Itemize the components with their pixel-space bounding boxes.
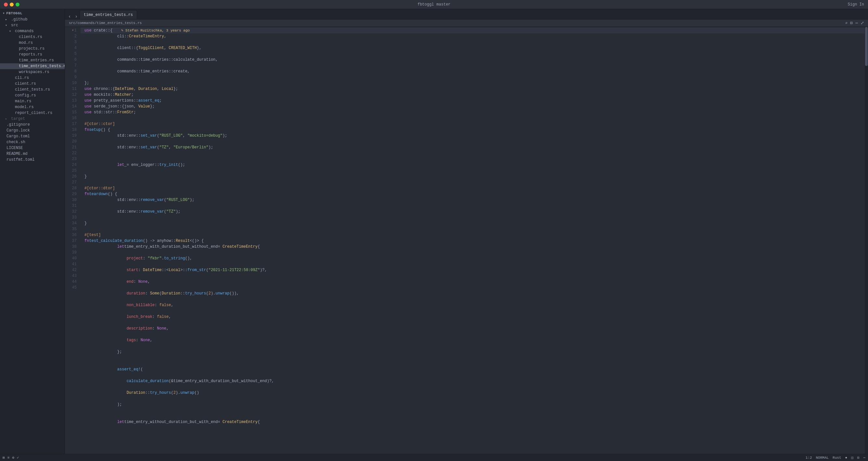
- code-line-42[interactable]: Duration::try_hours(2).unwrap(): [81, 390, 865, 402]
- sidebar-item-model-rs[interactable]: model.rs: [0, 104, 65, 110]
- sidebar-item-client-rs[interactable]: client.rs: [0, 81, 65, 87]
- code-line-39[interactable]: [81, 361, 865, 366]
- editor-mode[interactable]: NORMAL: [816, 456, 829, 460]
- sidebar-item-gitignore[interactable]: .gitignore: [0, 122, 65, 128]
- code-line-28[interactable]: ▾ fn test_calculate_duration() -> anyhow…: [81, 238, 865, 244]
- status-check-icon[interactable]: ✓: [17, 456, 19, 460]
- code-line-21[interactable]: #[ctor::dtor]: [81, 185, 865, 191]
- sidebar-item-config-rs[interactable]: config.rs: [0, 93, 65, 98]
- close-button[interactable]: [4, 3, 8, 6]
- code-line-15[interactable]: std::env::set_var("RUST_LOG", "mockito=d…: [81, 133, 865, 144]
- code-line-30[interactable]: project: "fkbr".to_string(),: [81, 256, 865, 267]
- code-line-41[interactable]: calculate_duration(&time_entry_with_dura…: [81, 378, 865, 390]
- status-more-1[interactable]: ◫: [851, 456, 854, 460]
- status-layout-icon[interactable]: ⊞: [3, 456, 5, 460]
- code-line-17[interactable]: [81, 156, 865, 162]
- sidebar-item-projects-rs[interactable]: projects.rs: [0, 46, 65, 52]
- code-line-26[interactable]: [81, 226, 865, 232]
- sidebar-item-workspaces-rs[interactable]: workspaces.rs: [0, 69, 65, 75]
- status-settings-icon[interactable]: ⚙: [12, 456, 14, 460]
- code-line-25[interactable]: }: [81, 221, 865, 226]
- code-line-20[interactable]: [81, 179, 865, 185]
- code-area[interactable]: use crate::{ ✎ Stefan Ruzitschka, 3 year…: [81, 27, 865, 454]
- sidebar-item-cargo-lock[interactable]: Cargo.lock: [0, 128, 65, 133]
- status-list-icon[interactable]: ≡: [7, 456, 10, 460]
- sidebar-item-target[interactable]: ▸ target: [0, 116, 65, 122]
- code-line-40[interactable]: assert_eq!(: [81, 366, 865, 378]
- code-line-29[interactable]: let time_entry_with_duration_but_without…: [81, 244, 865, 256]
- code-line-4[interactable]: commands::time_entries::calculate_durati…: [81, 57, 865, 68]
- sidebar-item-time-entries-tests-rs[interactable]: time_entries_tests.rs: [0, 63, 65, 69]
- sidebar-item-clients-rs[interactable]: clients.rs: [0, 34, 65, 40]
- maximize-button[interactable]: [16, 3, 20, 6]
- sidebar-item-label: config.rs: [15, 93, 36, 98]
- status-more-2[interactable]: ⊡: [857, 456, 860, 460]
- expand-icon[interactable]: ⤢: [861, 21, 864, 26]
- code-line-43[interactable]: );: [81, 402, 865, 413]
- traffic-lights[interactable]: [4, 3, 20, 6]
- code-line-18[interactable]: let _ = env_logger::try_init();: [81, 162, 865, 174]
- code-line-36[interactable]: description: None,: [81, 326, 865, 337]
- sidebar-item-readme[interactable]: README.md: [0, 151, 65, 157]
- code-line-27[interactable]: #[test]: [81, 232, 865, 238]
- code-line-9[interactable]: use pretty_assertions::assert_eq;: [81, 98, 865, 104]
- minimize-button[interactable]: [10, 3, 13, 6]
- status-more-3[interactable]: ⋯: [863, 456, 865, 460]
- sign-in-button[interactable]: Sign In: [848, 2, 864, 7]
- code-line-1[interactable]: use crate::{ ✎ Stefan Ruzitschka, 3 year…: [81, 28, 865, 33]
- line-numbers: ⚡1 2 3 4 5 6 7 8 9 10 11 12 13 14 15 16 …: [65, 27, 81, 454]
- line-number: 16: [65, 115, 77, 121]
- code-line-34[interactable]: non_billable: false,: [81, 302, 865, 314]
- code-line-38[interactable]: };: [81, 349, 865, 361]
- code-line-22[interactable]: fn teardown() {: [81, 191, 865, 197]
- code-line-24[interactable]: std::env::remove_var("TZ");: [81, 209, 865, 221]
- code-line-8[interactable]: use mockito::Matcher;: [81, 92, 865, 98]
- code-line-45[interactable]: let time_entry_without_duration_but_with…: [81, 419, 865, 431]
- code-line-11[interactable]: use std::str::FromStr;: [81, 109, 865, 115]
- sidebar-item-time-entries-rs[interactable]: time_entries.rs: [0, 58, 65, 63]
- sidebar-item-cargo-toml[interactable]: Cargo.toml: [0, 133, 65, 139]
- scrollbar-track[interactable]: [865, 27, 868, 454]
- sidebar-item-github[interactable]: ▸ .github: [0, 17, 65, 23]
- code-line-5[interactable]: commands::time_entries::create,: [81, 68, 865, 80]
- sidebar-repo-header[interactable]: ▾ fbtoggl: [0, 9, 65, 17]
- sidebar-item-reports-rs[interactable]: reports.rs: [0, 52, 65, 58]
- code-line-23[interactable]: std::env::remove_var("RUST_LOG");: [81, 197, 865, 209]
- sidebar-item-license[interactable]: LICENSE: [0, 145, 65, 151]
- code-line-37[interactable]: tags: None,: [81, 337, 865, 349]
- sidebar-item-client-tests-rs[interactable]: client_tests.rs: [0, 87, 65, 93]
- line-number: 17: [65, 121, 77, 127]
- code-line-35[interactable]: lunch_break: false,: [81, 314, 865, 326]
- more-icon[interactable]: ⋯: [855, 21, 858, 26]
- search-icon[interactable]: ⌕: [845, 21, 848, 26]
- code-line-6[interactable]: };: [81, 80, 865, 86]
- sidebar-item-check-sh[interactable]: check.sh: [0, 139, 65, 145]
- code-line-32[interactable]: end: None,: [81, 279, 865, 291]
- sidebar-item-cli-rs[interactable]: cli.rs: [0, 75, 65, 81]
- sidebar-item-mod-rs[interactable]: mod.rs: [0, 40, 65, 46]
- cursor-position[interactable]: 1:2: [806, 456, 812, 460]
- split-icon[interactable]: ⊟: [850, 21, 853, 26]
- sidebar-item-report-client-rs[interactable]: report_client.rs: [0, 110, 65, 116]
- code-line-44[interactable]: [81, 413, 865, 419]
- code-line-16[interactable]: std::env::set_var("TZ", "Europe/Berlin")…: [81, 144, 865, 156]
- sidebar-item-commands[interactable]: ▾ commands: [0, 28, 65, 34]
- sidebar-item-main-rs[interactable]: main.rs: [0, 98, 65, 104]
- code-line-10[interactable]: use serde_json::{json, Value};: [81, 104, 865, 109]
- code-line-31[interactable]: start: DateTime::<Local>::from_str("2021…: [81, 267, 865, 279]
- language-mode[interactable]: Rust: [833, 456, 841, 460]
- code-line-7[interactable]: use chrono::{DateTime, Duration, Local};: [81, 86, 865, 92]
- code-line-2[interactable]: cli::CreateTimeEntry,: [81, 33, 865, 45]
- tab-next-button[interactable]: ›: [73, 14, 79, 19]
- scrollbar-thumb[interactable]: [865, 27, 868, 66]
- sidebar-item-rustfmt-toml[interactable]: rustfmt.toml: [0, 157, 65, 163]
- code-line-19[interactable]: }: [81, 174, 865, 179]
- tab-time-entries-tests[interactable]: time_entries_tests.rs: [80, 10, 137, 19]
- code-line-14[interactable]: fn setup() {: [81, 127, 865, 133]
- tab-prev-button[interactable]: ‹: [66, 14, 73, 19]
- code-line-13[interactable]: #[ctor::ctor]: [81, 121, 865, 127]
- code-line-3[interactable]: client::{TogglClient, CREATED_WITH},: [81, 45, 865, 57]
- code-line-33[interactable]: duration: Some(Duration::try_hours(2).un…: [81, 291, 865, 302]
- sidebar-item-src[interactable]: ▾ src: [0, 23, 65, 28]
- code-line-12[interactable]: [81, 115, 865, 121]
